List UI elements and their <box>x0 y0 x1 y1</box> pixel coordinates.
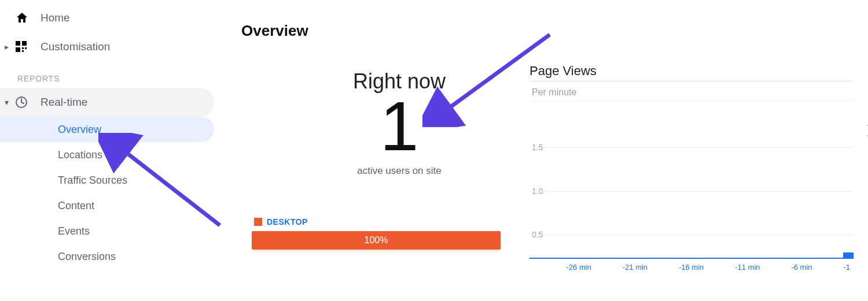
sidebar-item-home[interactable]: Home <box>0 3 214 32</box>
chart-title: Page Views <box>529 64 854 79</box>
sidebar-subitem-events[interactable]: Events <box>0 218 214 244</box>
svg-rect-4 <box>25 47 27 49</box>
chart-plot-area: 1.5 1.0 0.5 . -26 min -21 min -16 min -1… <box>529 104 854 272</box>
sidebar: Home ▸ Customisation REPORTS ▾ Real-time… <box>0 0 214 301</box>
svg-rect-2 <box>16 47 20 52</box>
chart-bar <box>843 252 854 258</box>
home-icon <box>13 11 41 25</box>
dashboard-icon <box>13 40 41 53</box>
subitem-label: Traffic Sources <box>58 174 127 187</box>
device-legend: DESKTOP <box>254 217 308 226</box>
legend-swatch-desktop <box>254 218 262 226</box>
x-axis-ticks: . -26 min -21 min -16 min -11 min -6 min… <box>529 263 854 272</box>
svg-rect-1 <box>22 41 27 46</box>
x-tick: -6 min <box>791 263 812 272</box>
device-percent-bar: 100% <box>252 231 501 250</box>
legend-label-desktop: DESKTOP <box>267 217 308 226</box>
subitem-label: Events <box>58 225 90 237</box>
page-title: Overview <box>229 6 865 40</box>
x-tick: -1 <box>843 263 850 272</box>
subitem-label: Conversions <box>58 251 116 263</box>
svg-rect-0 <box>16 41 20 46</box>
device-percent-value: 100% <box>365 235 388 246</box>
sidebar-item-realtime[interactable]: ▾ Real-time <box>0 88 214 117</box>
sidebar-label-customisation: Customisation <box>41 40 214 53</box>
svg-rect-5 <box>22 50 24 52</box>
sidebar-label-realtime: Real-time <box>41 96 214 109</box>
subitem-label: Locations <box>58 149 102 161</box>
pageviews-chart: Page Views Per minute 1.5 1.0 0.5 . -26 … <box>529 64 854 283</box>
next-chart-button[interactable] <box>865 119 868 142</box>
sidebar-section-reports: REPORTS <box>0 61 214 88</box>
sidebar-subitem-content[interactable]: Content <box>0 193 214 218</box>
sidebar-subitem-locations[interactable]: Locations <box>0 142 214 168</box>
active-users-caption: active users on site <box>298 165 501 177</box>
caret-right-icon: ▸ <box>0 42 13 51</box>
chart-subtitle: Per minute <box>529 81 854 102</box>
sidebar-item-customisation[interactable]: ▸ Customisation <box>0 32 214 61</box>
main-panel: Overview Right now 1 active users on sit… <box>229 6 865 295</box>
subitem-label: Content <box>58 200 94 212</box>
x-tick: -26 min <box>567 263 591 272</box>
x-tick: -16 min <box>679 263 704 272</box>
subitem-label: Overview <box>58 124 101 136</box>
clock-icon <box>13 96 41 109</box>
sidebar-subitem-conversions[interactable]: Conversions <box>0 244 214 269</box>
realtime-subnav: Overview Locations Traffic Sources Conte… <box>0 117 214 269</box>
x-tick: -21 min <box>623 263 648 272</box>
sidebar-subitem-overview[interactable]: Overview <box>0 117 214 142</box>
right-now-block: Right now 1 active users on site <box>298 69 501 177</box>
caret-down-icon: ▾ <box>0 98 13 107</box>
sidebar-subitem-traffic-sources[interactable]: Traffic Sources <box>0 168 214 193</box>
chart-baseline <box>529 258 854 259</box>
sidebar-label-home: Home <box>41 12 214 24</box>
x-tick: -11 min <box>735 263 760 272</box>
active-users-count: 1 <box>298 91 501 161</box>
svg-rect-3 <box>22 47 24 49</box>
